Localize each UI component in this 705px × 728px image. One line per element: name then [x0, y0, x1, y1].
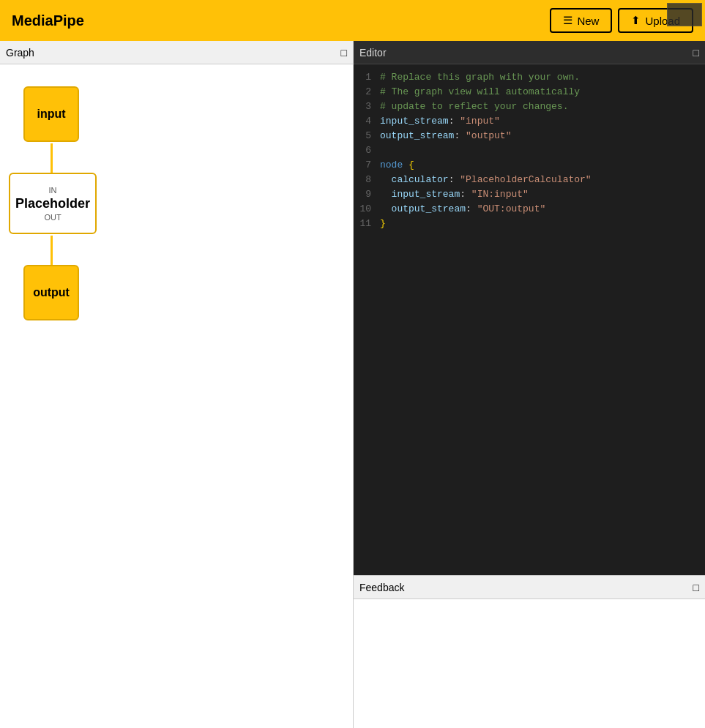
- new-button[interactable]: ☰ New: [550, 8, 612, 33]
- editor-header: Editor □: [354, 41, 705, 64]
- output-node[interactable]: output: [23, 265, 79, 320]
- editor-section: Editor □ 1# Replace this graph with your…: [354, 41, 705, 575]
- code-line: 2# The graph view will automatically: [354, 85, 705, 100]
- editor-expand-button[interactable]: □: [693, 47, 699, 59]
- app-title: MediaPipe: [12, 12, 84, 29]
- code-line: 9 input_stream: "IN:input": [354, 187, 705, 202]
- code-line: 3# update to reflect your changes.: [354, 100, 705, 114]
- right-panel: Editor □ 1# Replace this graph with your…: [354, 41, 705, 728]
- line-number: 2: [354, 85, 380, 100]
- line-number: 5: [354, 129, 380, 143]
- output-node-label: output: [33, 286, 70, 299]
- code-line: 6: [354, 143, 705, 158]
- graph-panel: Graph □ input IN Placeholder OUT output: [0, 41, 354, 728]
- feedback-content: [354, 599, 705, 728]
- line-number: 3: [354, 100, 380, 114]
- graph-title: Graph: [6, 47, 34, 59]
- line-number: 1: [354, 70, 380, 85]
- code-line: 10 output_stream: "OUT:output": [354, 202, 705, 217]
- graph-canvas[interactable]: input IN Placeholder OUT output: [0, 64, 353, 728]
- line-content: # Replace this graph with your own.: [380, 70, 580, 85]
- line-content: calculator: "PlaceholderCalculator": [380, 173, 592, 187]
- line-content: }: [380, 217, 386, 231]
- input-node[interactable]: input: [23, 86, 79, 142]
- connector-bottom: [51, 236, 53, 266]
- connector-top: [51, 143, 53, 174]
- line-number: 7: [354, 158, 380, 173]
- graph-header: Graph □: [0, 41, 353, 64]
- editor-content[interactable]: 1# Replace this graph with your own.2# T…: [354, 64, 705, 575]
- line-number: 9: [354, 187, 380, 202]
- code-line: 11}: [354, 217, 705, 231]
- line-content: # update to reflect your changes.: [380, 100, 568, 114]
- line-content: output_stream: "OUT:output": [380, 202, 545, 217]
- header: MediaPipe ☰ New ⬆ Upload: [0, 0, 705, 41]
- placeholder-out-label: OUT: [44, 213, 61, 222]
- feedback-title: Feedback: [359, 582, 404, 593]
- placeholder-main-label: Placeholder: [15, 196, 90, 211]
- line-number: 11: [354, 217, 380, 231]
- new-label: New: [577, 15, 599, 27]
- editor-title: Editor: [359, 47, 387, 59]
- placeholder-node[interactable]: IN Placeholder OUT: [9, 173, 97, 234]
- hamburger-icon: ☰: [563, 14, 572, 27]
- line-number: 8: [354, 173, 380, 187]
- code-line: 4input_stream: "input": [354, 114, 705, 129]
- feedback-section: Feedback □: [354, 575, 705, 728]
- line-content: node {: [380, 158, 414, 173]
- feedback-expand-button[interactable]: □: [693, 582, 699, 593]
- line-content: # The graph view will automatically: [380, 85, 580, 100]
- code-line: 7node {: [354, 158, 705, 173]
- graph-expand-button[interactable]: □: [341, 47, 347, 59]
- feedback-header: Feedback □: [354, 576, 705, 599]
- code-line: 5output_stream: "output": [354, 129, 705, 143]
- line-content: output_stream: "output": [380, 129, 511, 143]
- code-line: 1# Replace this graph with your own.: [354, 70, 705, 85]
- line-number: 10: [354, 202, 380, 217]
- code-line: 8 calculator: "PlaceholderCalculator": [354, 173, 705, 187]
- input-node-label: input: [37, 108, 65, 121]
- line-content: input_stream: "IN:input": [380, 187, 529, 202]
- upload-icon: ⬆: [631, 14, 641, 27]
- line-number: 6: [354, 143, 380, 158]
- line-number: 4: [354, 114, 380, 129]
- main-layout: Graph □ input IN Placeholder OUT output: [0, 41, 705, 728]
- placeholder-in-label: IN: [49, 186, 57, 195]
- line-content: input_stream: "input": [380, 114, 500, 129]
